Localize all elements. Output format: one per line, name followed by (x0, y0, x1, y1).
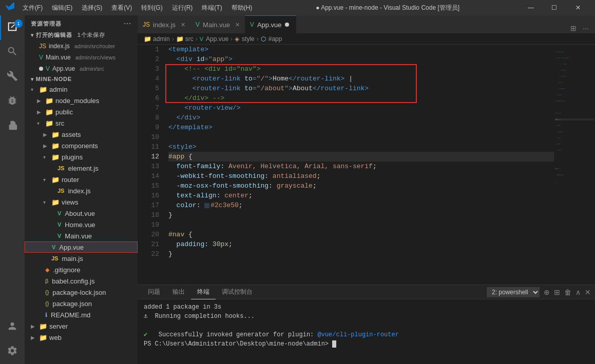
tab-indexjs[interactable]: JS index.js ✕ (138, 15, 190, 33)
menu-edit[interactable]: 编辑(E) (48, 3, 76, 13)
tab-label: index.js (153, 21, 176, 29)
breadcrumb-app-hash[interactable]: ⬡ #app (261, 35, 282, 43)
menu-goto[interactable]: 转到(G) (137, 3, 166, 13)
close-button[interactable]: ✕ (566, 0, 590, 15)
tree-item-mainvue[interactable]: ▶ V Main.vue (25, 230, 138, 241)
settings-icon (7, 345, 18, 359)
tree-item-plugins[interactable]: ▾ 📁 plugins (25, 151, 138, 163)
maximize-panel-button[interactable]: ∧ (575, 288, 581, 296)
tree-item-babelconfig[interactable]: ▶ β babel.config.js (25, 275, 138, 287)
folder-arrow: ▶ (37, 109, 43, 115)
activity-explorer[interactable]: 1 (0, 15, 25, 40)
breadcrumb-src[interactable]: 📁 src (176, 35, 194, 43)
tree-item-elementjs[interactable]: ▶ JS element.js (25, 163, 138, 174)
tree-item-mainjs[interactable]: ▶ JS main.js (25, 253, 138, 264)
terminal-content[interactable]: added 1 package in 3s ⚓ Running completi… (138, 299, 595, 364)
tab-close-button[interactable]: ✕ (181, 22, 185, 28)
panel-tab-debug[interactable]: 调试控制台 (216, 285, 259, 299)
menu-file[interactable]: 文件(F) (18, 3, 47, 13)
breadcrumb-admin[interactable]: 📁 admin (144, 35, 170, 43)
tree-item-appvue[interactable]: ▶ V App.vue (25, 241, 138, 253)
tab-modified-indicator (285, 23, 289, 27)
sidebar-more-actions[interactable]: ··· (124, 19, 131, 28)
open-editors-label: 打开的编辑器 (36, 31, 72, 39)
activity-search[interactable] (0, 40, 25, 65)
panel-tab-terminal[interactable]: 终端 (191, 285, 216, 299)
menu-terminal[interactable]: 终端(T) (198, 3, 226, 13)
tree-item-admin[interactable]: ▾ 📁 admin (25, 84, 138, 95)
line-num-8: 8 (138, 113, 159, 123)
tree-item-router[interactable]: ▾ 📁 router (25, 174, 138, 185)
file-label: .gitignore (53, 266, 80, 274)
activity-git[interactable] (0, 65, 25, 89)
open-editor-path: admin/src/router (74, 43, 115, 49)
breadcrumb-sep: › (196, 35, 198, 43)
activity-extensions[interactable] (0, 114, 25, 138)
panel-tab-output[interactable]: 输出 (166, 285, 191, 299)
tree-item-homevue[interactable]: ▶ V Home.vue (25, 219, 138, 230)
activity-settings[interactable] (0, 339, 25, 364)
tree-item-web[interactable]: ▶ 📁 web (25, 332, 138, 343)
main-area: JS index.js ✕ V Main.vue ✕ V App.vue ⊞ ·… (138, 15, 595, 364)
vue-file-icon: V (39, 54, 43, 61)
tab-close-button[interactable]: ✕ (235, 22, 240, 28)
close-panel-button[interactable]: ✕ (585, 288, 591, 296)
code-line-16: text-align: center; (168, 191, 554, 200)
tree-item-views[interactable]: ▾ 📁 views (25, 196, 138, 208)
debug-icon (7, 95, 18, 109)
menu-run[interactable]: 运行(R) (168, 3, 197, 13)
tree-item-aboutvue[interactable]: ▶ V About.vue (25, 208, 138, 219)
open-editors-header[interactable]: ▾ 打开的编辑器 1个未保存 (25, 30, 138, 41)
tree-item-components[interactable]: ▶ 📁 components (25, 140, 138, 151)
activity-account[interactable] (0, 315, 25, 339)
menu-view[interactable]: 查看(V) (107, 3, 136, 13)
breadcrumb-style[interactable]: ◈ style (235, 35, 255, 43)
tree-item-src[interactable]: ▾ 📁 src (25, 117, 138, 129)
split-editor-button[interactable]: ⊞ (568, 23, 579, 33)
menu-help[interactable]: 帮助(H) (227, 3, 257, 13)
tree-item-node-modules[interactable]: ▶ 📁 node_modules (25, 95, 138, 106)
open-editor-appvue[interactable]: V App.vue admin/src (25, 63, 138, 74)
terminal-selector[interactable]: 2: powershell (487, 287, 540, 297)
code-line-10 (168, 132, 554, 142)
minimize-button[interactable]: — (519, 0, 543, 15)
code-area[interactable]: <template> <div id="app"> <!-- <div id="… (163, 45, 554, 285)
folder-label: node_modules (55, 97, 99, 105)
tree-item-router-indexjs[interactable]: ▶ JS index.js (25, 185, 138, 196)
tree-item-server[interactable]: ▶ 📁 server (25, 320, 138, 332)
tree-item-packagejson[interactable]: ▶ {} package.json (25, 298, 138, 309)
tree-item-public[interactable]: ▶ 📁 public (25, 106, 138, 117)
open-editor-mainvue[interactable]: V Main.vue admin/src/views (25, 52, 138, 63)
new-terminal-button[interactable]: ⊕ (544, 288, 550, 296)
delete-terminal-button[interactable]: 🗑 (564, 288, 571, 296)
folder-label: src (55, 119, 64, 127)
folder-label: plugins (62, 153, 83, 161)
folder-label: admin (49, 86, 67, 93)
panel-tab-problems[interactable]: 问题 (142, 285, 166, 299)
line-num-16: 16 (138, 191, 159, 200)
crumb-label: App.vue (206, 35, 228, 43)
modified-indicator (39, 67, 43, 71)
file-label: README.md (51, 311, 90, 319)
mine-node-header[interactable]: ▾ MINE-NODE (25, 74, 138, 84)
tab-mainvue[interactable]: V Main.vue ✕ (190, 15, 245, 33)
terminal-cursor (332, 340, 336, 348)
tree-item-packagelock[interactable]: ▶ {} package-lock.json (25, 287, 138, 298)
activity-debug[interactable] (0, 89, 25, 114)
maximize-button[interactable]: ☐ (543, 0, 566, 15)
breadcrumb-appvue[interactable]: V App.vue (200, 35, 228, 43)
split-terminal-button[interactable]: ⊞ (554, 288, 560, 296)
more-actions-button[interactable]: ··· (581, 23, 591, 33)
line-num-12: 12 (138, 152, 159, 161)
tree-item-gitignore[interactable]: ▶ ◆ .gitignore (25, 264, 138, 275)
folder-icon: 📁 (51, 153, 60, 161)
tree-item-assets[interactable]: ▶ 📁 assets (25, 129, 138, 140)
file-label: element.js (68, 165, 98, 172)
menu-select[interactable]: 选择(S) (78, 3, 106, 13)
open-editors-badge: 1个未保存 (78, 31, 105, 39)
folder-label: router (62, 176, 79, 184)
file-label: package.json (52, 300, 92, 308)
tab-appvue[interactable]: V App.vue (245, 15, 296, 33)
open-editor-indexjs[interactable]: JS index.js admin/src/router (25, 41, 138, 52)
tree-item-readme[interactable]: ▶ ℹ README.md (25, 309, 138, 320)
